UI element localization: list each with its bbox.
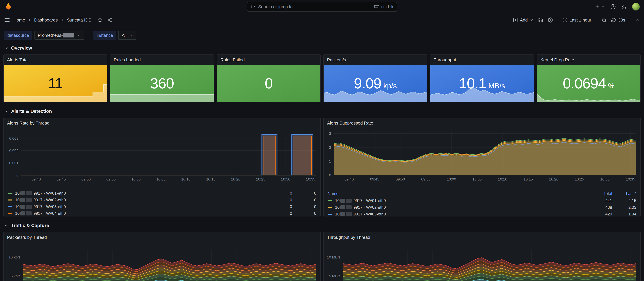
favorite-star-button[interactable] — [98, 18, 102, 22]
datasource-value: Prometheus- — [38, 33, 63, 38]
chevron-right-icon — [28, 18, 32, 22]
svg-text:5 kp/s: 5 kp/s — [10, 274, 20, 278]
traffic-panels-row: Packets/s by Thread 09:4009:4509:5009:55… — [3, 232, 641, 281]
search-icon — [251, 4, 256, 9]
legend-item[interactable]: 10:9917 - W#02-eth04382.03 — [328, 204, 636, 211]
series-total: 0 — [268, 198, 292, 202]
stat-value: 0 — [265, 75, 272, 92]
chevron-up-icon — [636, 18, 640, 22]
svg-text:10 kp/s: 10 kp/s — [8, 255, 20, 259]
alerts-suppressed-chart[interactable]: 09:4009:4509:5009:5510:0010:0510:1010:15… — [324, 128, 640, 188]
stat-panels-row: Alerts Total11Rules Loaded360Rules Faile… — [3, 54, 641, 102]
series-last: 2.15 — [612, 198, 636, 203]
datasource-variable-label: datasource — [4, 31, 32, 40]
section-chevron-icon — [4, 109, 8, 114]
stat-panel-kernel-drop-rate: Kernel Drop Rate0.0694% — [536, 54, 641, 102]
series-last: 0 — [292, 211, 316, 216]
section-alerts-detection[interactable]: Alerts & Detection — [4, 106, 641, 116]
svg-text:10:10: 10:10 — [181, 177, 190, 181]
panel-title[interactable]: Alerts Rate by Thread — [4, 118, 320, 128]
panel-title[interactable]: Throughput by Thread — [324, 232, 640, 242]
save-dashboard-button[interactable] — [538, 18, 543, 22]
stat-value: 0.0694 — [563, 75, 606, 92]
panel-title[interactable]: Rules Loaded — [110, 55, 214, 65]
share-button[interactable] — [107, 18, 112, 22]
datasource-select[interactable]: Prometheus- — [34, 31, 84, 40]
grafana-logo[interactable] — [4, 2, 13, 11]
panel-title[interactable]: Alerts Suppressed Rate — [324, 118, 640, 128]
legend-item[interactable]: 10:9917 - W#01-eth04412.15 — [328, 197, 636, 204]
panel-alerts-suppressed-rate: Alerts Suppressed Rate 09:4009:4509:5009… — [323, 118, 641, 216]
instance-select[interactable]: All — [118, 31, 136, 40]
series-color-indicator — [8, 206, 12, 207]
series-last: 0 — [292, 191, 316, 196]
panel-title[interactable]: Packets/s — [324, 55, 427, 65]
section-overview[interactable]: Overview — [4, 43, 641, 53]
stat-value-area: 10.1MB/s — [430, 65, 534, 102]
series-color-indicator — [8, 213, 12, 214]
legend-item[interactable]: 10:9917 - W#01-eth000 — [8, 190, 316, 197]
time-range-picker[interactable]: Last 1 hour — [563, 18, 597, 23]
stat-panel-rules-failed: Rules Failed0 — [217, 54, 321, 102]
redacted-text — [26, 212, 32, 216]
panel-title[interactable]: Rules Failed — [217, 55, 320, 65]
zoom-out-time-button[interactable] — [602, 18, 607, 22]
alerts-rate-chart[interactable]: 09:4009:4509:5009:5510:0010:0510:1010:15… — [4, 128, 320, 188]
mega-menu-toggle[interactable] — [4, 17, 10, 23]
legend-item[interactable]: 10:9917 - W#03-eth04291.94 — [328, 211, 636, 216]
panel-title[interactable]: Alerts Total — [4, 55, 107, 65]
svg-text:10:20: 10:20 — [549, 177, 558, 181]
svg-text:09:40: 09:40 — [344, 177, 354, 181]
add-panel-icon — [513, 18, 518, 22]
svg-text:3: 3 — [329, 132, 331, 136]
svg-text:10:35: 10:35 — [306, 177, 315, 181]
stat-value-area: 0 — [217, 65, 320, 102]
user-avatar[interactable] — [632, 3, 640, 11]
legend-sort-name[interactable]: Name — [328, 191, 338, 196]
topbar-actions — [594, 3, 640, 11]
series-total: 429 — [588, 212, 612, 216]
legend-sort-col[interactable]: Last * — [612, 191, 636, 196]
series-color-indicator — [328, 200, 332, 201]
breadcrumb-dashboards[interactable]: Dashboards — [34, 18, 58, 23]
panel-title[interactable]: Throughput — [430, 55, 534, 65]
breadcrumb: Home Dashboards Suricata IDS — [14, 18, 92, 23]
legend-sort-col[interactable]: Total — [588, 191, 612, 196]
stat-panel-packets-per-sec: Packets/s9.09kp/s — [323, 54, 427, 102]
svg-text:10:05: 10:05 — [472, 177, 482, 181]
help-circle-icon — [610, 4, 616, 10]
clock-icon — [563, 18, 567, 22]
packets-by-thread-chart[interactable]: 09:4009:4509:5009:5510:0010:0510:1010:15… — [4, 242, 320, 281]
stat-panel-rules-loaded: Rules Loaded360 — [110, 54, 214, 102]
section-traffic-capture[interactable]: Traffic & Capture — [4, 220, 641, 230]
svg-text:09:50: 09:50 — [396, 177, 405, 181]
legend-item[interactable]: 10:9917 - W#04-eth000 — [8, 210, 316, 216]
svg-text:10:15: 10:15 — [206, 177, 216, 181]
panel-title[interactable]: Kernel Drop Rate — [537, 55, 640, 65]
news-button[interactable] — [621, 4, 626, 10]
refresh-button[interactable]: 30s — [612, 18, 631, 23]
help-button[interactable] — [610, 4, 616, 10]
instance-value: All — [122, 33, 126, 38]
redacted-text — [20, 198, 25, 202]
svg-text:5 MB/s: 5 MB/s — [329, 274, 340, 278]
dashboard-settings-button[interactable] — [548, 18, 553, 22]
series-name: 10:9917 - W#01-eth0 — [15, 191, 66, 196]
redacted-text — [20, 205, 25, 209]
grafana-flame-icon — [4, 3, 12, 11]
new-button[interactable] — [594, 4, 605, 10]
legend-item[interactable]: 10:9917 - W#02-eth000 — [8, 197, 316, 203]
legend-item[interactable]: 10:9917 - W#03-eth000 — [8, 203, 316, 210]
search-input[interactable]: Search or jump to... cmd+k — [247, 2, 397, 12]
svg-text:10:25: 10:25 — [256, 177, 265, 181]
stat-value: 11 — [48, 75, 63, 92]
throughput-by-thread-chart[interactable]: 09:4009:4509:5009:5510:0010:0510:1010:15… — [324, 242, 640, 281]
redacted-text — [340, 199, 345, 203]
collapse-toolbar-button[interactable] — [636, 18, 640, 22]
breadcrumb-home[interactable]: Home — [14, 18, 25, 23]
svg-text:1: 1 — [329, 159, 331, 163]
panel-title[interactable]: Packets/s by Thread — [4, 232, 320, 242]
grafana-dashboard: Search or jump to... cmd+k — [0, 0, 644, 281]
gear-icon — [548, 18, 553, 22]
add-button[interactable]: Add — [513, 18, 534, 23]
